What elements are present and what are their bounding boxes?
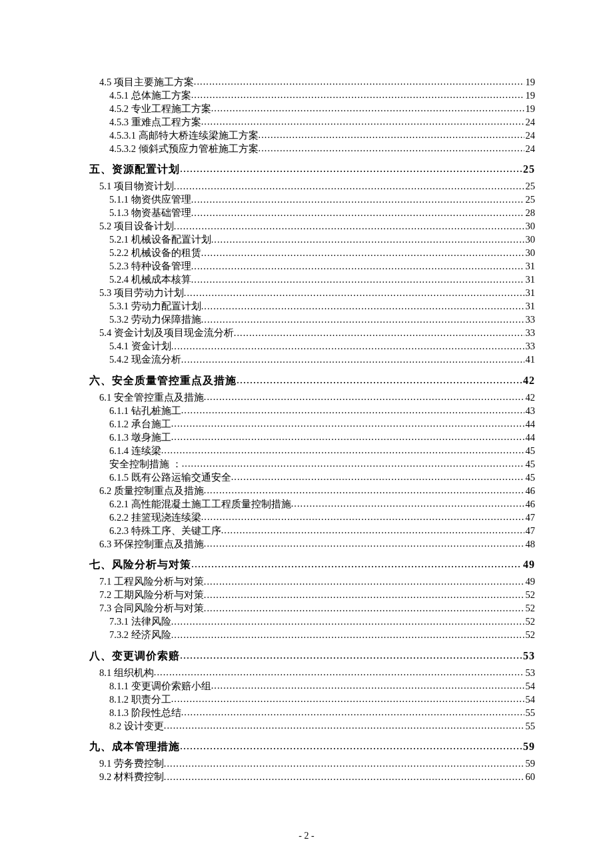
toc-entry-page: 44 xyxy=(524,418,536,431)
toc-entry-title: 4.5.1 总体施工方案 xyxy=(109,89,191,103)
toc-leader-dots xyxy=(204,602,524,612)
toc-leader-dots xyxy=(201,511,524,521)
toc-leader-dots xyxy=(191,89,524,99)
toc-leader-dots xyxy=(194,75,524,85)
toc-entry-page: 52 xyxy=(524,602,536,615)
toc-entry-title: 4.5.3.1 高邮特大桥连续梁施工方案 xyxy=(109,129,259,143)
toc-entry: 八、变更调价索赔53 xyxy=(89,649,535,663)
toc-entry-title: 8.1.3 阶段性总结 xyxy=(109,707,181,720)
toc-entry-page: 30 xyxy=(524,220,536,233)
toc-entry-title: 5.3.1 劳动力配置计划 xyxy=(109,300,201,313)
toc-entry-title: 6.2 质量控制重点及措施 xyxy=(99,485,204,498)
toc-entry: 6.2.1 高性能混凝土施工工程质量控制措施46 xyxy=(89,497,535,511)
toc-entry-page: 24 xyxy=(524,143,536,156)
toc-entry: 5.3 项目劳动力计划31 xyxy=(89,287,535,300)
toc-leader-dots xyxy=(154,666,524,676)
toc-entry: 5.1 项目物资计划25 xyxy=(89,180,535,193)
toc-entry: 5.1.3 物资基础管理28 xyxy=(89,207,535,220)
toc-entry-title: 九、成本管理措施 xyxy=(89,740,180,753)
toc-leader-dots xyxy=(180,739,522,750)
table-of-contents: 4.5 项目主要施工方案194.5.1 总体施工方案194.5.2 专业工程施工… xyxy=(89,75,535,784)
toc-entry: 7.3 合同风险分析与对策52 xyxy=(89,602,535,615)
toc-entry: 8.1 组织机构53 xyxy=(89,666,535,679)
toc-entry-title: 9.1 劳务费控制 xyxy=(99,757,164,771)
toc-leader-dots xyxy=(191,193,524,203)
toc-entry-page: 46 xyxy=(524,498,536,511)
toc-leader-dots xyxy=(201,247,524,257)
toc-entry-page: 19 xyxy=(524,76,536,89)
toc-leader-dots xyxy=(291,497,524,507)
toc-entry-page: 31 xyxy=(524,287,536,300)
toc-entry-page: 24 xyxy=(524,129,536,143)
toc-entry-page: 31 xyxy=(524,300,536,313)
toc-leader-dots xyxy=(204,484,524,494)
toc-entry-title: 7.2 工期风险分析与对策 xyxy=(99,589,204,602)
toc-entry-title: 6.1.1 钻孔桩施工 xyxy=(109,405,181,418)
toc-entry-page: 55 xyxy=(524,707,536,720)
toc-entry-title: 五、资源配置计划 xyxy=(89,163,180,176)
toc-leader-dots xyxy=(231,471,524,481)
toc-leader-dots xyxy=(171,340,524,350)
toc-entry-title: 6.1.4 连续梁 xyxy=(109,445,161,458)
toc-entry-title: 5.4.1 资金计划 xyxy=(109,340,171,353)
toc-entry-page: 46 xyxy=(524,485,536,498)
toc-leader-dots xyxy=(184,287,524,297)
toc-leader-dots xyxy=(191,260,524,270)
toc-entry-page: 52 xyxy=(524,589,536,602)
toc-entry: 7.1 工程风险分析与对策49 xyxy=(89,575,535,589)
toc-entry: 6.1.4 连续梁45 xyxy=(89,444,535,457)
toc-entry-title: 8.1.1 变更调价索赔小组 xyxy=(109,680,211,693)
toc-entry: 6.2 质量控制重点及措施46 xyxy=(89,484,535,497)
toc-entry: 6.1.1 钻孔桩施工43 xyxy=(89,404,535,417)
toc-entry: 7.3.1 法律风险52 xyxy=(89,615,535,629)
toc-entry: 6.1.2 承台施工44 xyxy=(89,417,535,431)
toc-leader-dots xyxy=(259,129,524,139)
toc-leader-dots xyxy=(180,162,522,173)
toc-entry: 6.1.5 既有公路运输交通安全45 xyxy=(89,471,535,484)
toc-entry-page: 53 xyxy=(522,649,535,663)
toc-entry-page: 53 xyxy=(524,667,536,680)
toc-entry-page: 52 xyxy=(524,615,536,629)
toc-entry-page: 33 xyxy=(524,340,536,353)
toc-leader-dots xyxy=(204,391,524,401)
toc-leader-dots xyxy=(164,757,524,767)
toc-entry-page: 25 xyxy=(524,193,536,207)
toc-entry: 6.3 环保控制重点及措施48 xyxy=(89,537,535,551)
toc-leader-dots xyxy=(201,313,524,323)
toc-leader-dots xyxy=(234,327,524,337)
toc-entry-page: 33 xyxy=(524,313,536,327)
toc-entry: 4.5.2 专业工程施工方案19 xyxy=(89,102,535,115)
toc-entry: 七、风险分析与对策49 xyxy=(89,557,535,571)
toc-entry-title: 9.2 材料费控制 xyxy=(99,771,164,784)
toc-entry-page: 31 xyxy=(524,273,536,287)
toc-entry-title: 5.1.3 物资基础管理 xyxy=(109,207,191,220)
toc-entry-page: 45 xyxy=(524,445,536,458)
toc-entry-title: 6.3 环保控制重点及措施 xyxy=(99,538,204,551)
toc-entry-title: 5.3.2 劳动力保障措施 xyxy=(109,313,201,327)
toc-entry-title: 4.5.3 重难点工程方案 xyxy=(109,116,201,129)
toc-entry-page: 55 xyxy=(524,720,536,733)
toc-entry-title: 7.3.2 经济风险 xyxy=(109,629,171,642)
toc-leader-dots xyxy=(211,102,524,112)
toc-entry-title: 5.4.2 现金流分析 xyxy=(109,353,181,367)
toc-entry-page: 28 xyxy=(524,207,536,220)
toc-leader-dots xyxy=(201,115,524,125)
toc-entry: 5.3.2 劳动力保障措施33 xyxy=(89,313,535,327)
toc-entry-title: 六、安全质量管控重点及措施 xyxy=(89,374,237,387)
toc-entry-page: 47 xyxy=(524,525,536,538)
toc-leader-dots xyxy=(171,629,524,639)
toc-entry-page: 25 xyxy=(524,180,536,193)
toc-entry: 4.5 项目主要施工方案19 xyxy=(89,75,535,89)
toc-entry-page: 25 xyxy=(522,163,535,176)
toc-entry-title: 八、变更调价索赔 xyxy=(89,649,180,663)
toc-entry: 5.4.1 资金计划33 xyxy=(89,340,535,353)
toc-leader-dots xyxy=(237,373,522,384)
toc-entry: 8.1.2 职责分工54 xyxy=(89,693,535,706)
toc-entry-page: 47 xyxy=(524,511,536,525)
toc-entry: 8.1.1 变更调价索赔小组54 xyxy=(89,679,535,693)
toc-leader-dots xyxy=(171,693,524,703)
toc-entry: 9.1 劳务费控制59 xyxy=(89,757,535,771)
toc-entry-page: 49 xyxy=(524,575,536,589)
toc-entry-title: 6.1.3 墩身施工 xyxy=(109,431,171,445)
page-number: - 2 - xyxy=(0,831,613,841)
